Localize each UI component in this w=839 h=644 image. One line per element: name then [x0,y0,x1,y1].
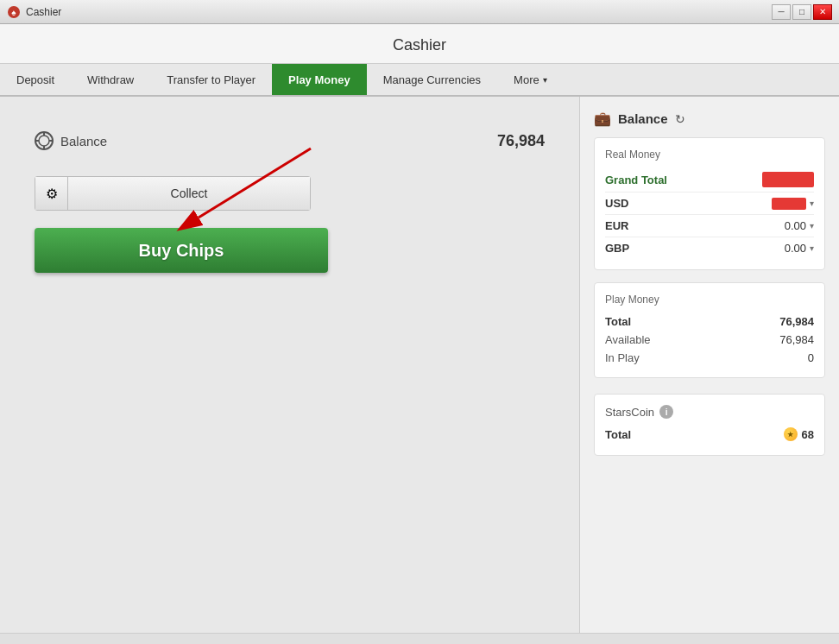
in-play-value: 0 [808,351,814,364]
usd-chevron-icon[interactable]: ▾ [810,199,814,208]
tab-deposit[interactable]: Deposit [0,64,71,95]
refresh-icon[interactable]: ↻ [675,112,685,126]
tab-manage-currencies[interactable]: Manage Currencies [367,64,497,95]
available-label: Available [605,333,651,346]
right-panel: 💼 Balance ↻ Real Money Grand Total USD ▾ [580,97,839,633]
starscoin-icon: ★ [784,427,798,441]
eur-chevron-icon[interactable]: ▾ [810,221,814,230]
tab-bar: Deposit Withdraw Transfer to Player Play… [0,64,839,97]
collect-button[interactable]: Collect [68,177,310,210]
footer: Get Help Gaming LabsCertified GAMCASCERT… [0,633,839,644]
minimize-button[interactable]: ─ [772,4,791,20]
collect-settings-icon[interactable]: ⚙ [35,177,68,210]
close-button[interactable]: ✕ [813,4,832,20]
tab-withdraw-label: Withdraw [87,73,134,86]
grand-total-label: Grand Total [605,174,667,186]
app-icon: ♠ [7,5,21,19]
usd-value: ▾ [772,198,814,210]
real-money-card: Real Money Grand Total USD ▾ EUR 0.00 ▾ [594,137,825,270]
balance-label: Balance [35,131,107,150]
grand-total-redacted [762,172,814,187]
real-money-label: Real Money [605,148,814,161]
balance-row: Balance 76,984 [35,123,545,159]
more-chevron-icon: ▾ [543,75,547,85]
balance-section-title: Balance [618,111,668,126]
gbp-chevron-icon[interactable]: ▾ [810,243,814,253]
title-bar: ♠ Cashier ─ □ ✕ [0,0,839,24]
tab-play-money[interactable]: Play Money [272,64,367,95]
grand-total-row: Grand Total [605,167,814,193]
app-title: Cashier [393,36,446,54]
svg-point-3 [39,136,49,146]
play-money-total-value: 76,984 [779,315,814,328]
play-money-label: Play Money [605,294,814,306]
chip-icon [35,131,54,150]
eur-label: EUR [605,219,628,232]
starscoin-info-icon[interactable]: i [659,405,673,419]
in-play-label: In Play [605,351,640,364]
tab-transfer-label: Transfer to Player [167,73,255,86]
tab-deposit-label: Deposit [16,73,54,86]
collect-container: ⚙ Collect [35,176,311,211]
tab-more-label: More [514,73,539,86]
grand-total-value [762,172,814,187]
svg-text:♠: ♠ [11,8,16,17]
in-play-row: In Play 0 [605,349,814,367]
play-money-total-row: Total 76,984 [605,313,814,331]
starscoin-label: StarsCoin [605,406,654,419]
buy-chips-button[interactable]: Buy Chips [35,228,328,273]
left-panel: Balance 76,984 ⚙ Collect Buy [0,97,580,633]
title-bar-text: Cashier [26,6,61,18]
gbp-value: 0.00 ▾ [785,242,814,255]
eur-row: EUR 0.00 ▾ [605,215,814,237]
starscoin-card: StarsCoin i Total ★ 68 [594,394,825,456]
available-row: Available 76,984 [605,331,814,349]
tab-transfer[interactable]: Transfer to Player [150,64,272,95]
usd-row: USD ▾ [605,193,814,215]
available-value: 76,984 [779,333,814,346]
starscoin-header: StarsCoin i [605,405,814,419]
tab-withdraw[interactable]: Withdraw [71,64,150,95]
play-money-total-label: Total [605,315,631,328]
tab-more[interactable]: More ▾ [497,64,564,95]
gbp-label: GBP [605,242,629,255]
balance-value: 76,984 [497,132,545,150]
sc-total-row: Total ★ 68 [605,424,814,445]
balance-text: Balance [60,134,107,148]
play-money-card: Play Money Total 76,984 Available 76,984… [594,282,825,378]
sc-total-value: ★ 68 [784,427,814,441]
usd-redacted [772,198,806,210]
gbp-row: GBP 0.00 ▾ [605,237,814,259]
tab-play-money-label: Play Money [288,73,350,86]
sc-total-label: Total [605,428,631,441]
balance-section-header: 💼 Balance ↻ [594,110,825,127]
tab-manage-currencies-label: Manage Currencies [383,73,481,86]
main-content: Balance 76,984 ⚙ Collect Buy [0,97,839,633]
usd-label: USD [605,197,628,210]
app-header: Cashier [0,24,839,64]
wallet-icon: 💼 [594,110,611,127]
eur-value: 0.00 ▾ [785,219,814,232]
maximize-button[interactable]: □ [792,4,811,20]
window-controls: ─ □ ✕ [772,4,832,20]
